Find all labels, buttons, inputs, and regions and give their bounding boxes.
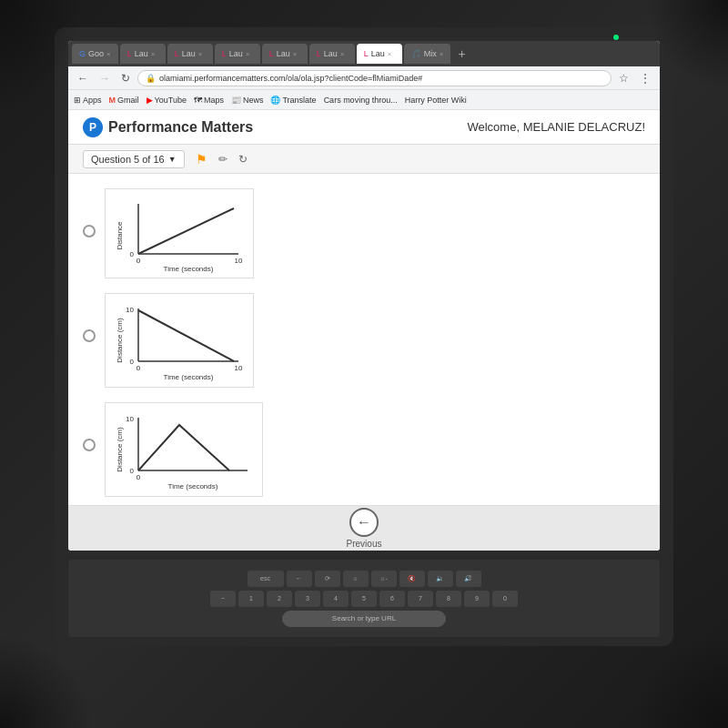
- key-8[interactable]: 8: [436, 591, 461, 607]
- key-2[interactable]: 2: [267, 591, 292, 607]
- key-7[interactable]: 7: [408, 591, 433, 607]
- previous-label: Previous: [347, 539, 382, 549]
- graph2-x0: 0: [136, 364, 141, 372]
- status-indicator: [613, 35, 619, 40]
- search-bar-row: Search or type URL: [282, 611, 446, 627]
- tab-active[interactable]: L Lau ×: [357, 44, 402, 64]
- bookmark-apps[interactable]: ⊞ Apps: [74, 96, 102, 105]
- graph2-xlabel: Time (seconds): [164, 373, 214, 381]
- keyboard-row-num: ~ 1 2 3 4 5 6 7 8 9 0: [210, 591, 518, 607]
- key-0[interactable]: 0: [492, 591, 518, 607]
- graph3-y10: 10: [126, 415, 134, 423]
- key-bright-up[interactable]: ☼: [343, 571, 369, 587]
- browser-tabs-bar: G Goo × L Lau × L Lau × L Lau × L Lau: [68, 41, 660, 66]
- radio-2[interactable]: [83, 329, 96, 342]
- key-bright-dn[interactable]: ☼-: [371, 571, 397, 587]
- tab-5[interactable]: L Lau ×: [262, 44, 308, 64]
- radio-3[interactable]: [83, 439, 96, 451]
- tab-1[interactable]: G Goo ×: [72, 44, 118, 64]
- bookmark-maps[interactable]: 🗺 Maps: [194, 96, 224, 105]
- pm-header: P Performance Matters Welcome, MELANIE D…: [68, 110, 660, 145]
- pm-title: Performance Matters: [108, 119, 253, 136]
- browser-nav-bar: ← → ↻ 🔒 olamiami.performancematters.com/…: [68, 66, 660, 90]
- question-selector[interactable]: Question 5 of 16 ▼: [83, 150, 185, 168]
- key-vol-dn[interactable]: 🔉: [428, 571, 453, 587]
- pm-logo: P Performance Matters: [83, 117, 253, 137]
- key-3[interactable]: 3: [295, 591, 320, 607]
- bookmarks-bar: ⊞ Apps M Gmail ▶ YouTube 🗺 Maps 📰 News 🌐…: [68, 90, 660, 110]
- tab-3[interactable]: L Lau ×: [167, 44, 213, 64]
- key-9[interactable]: 9: [464, 591, 490, 607]
- svg-line-2: [138, 208, 234, 254]
- answer-option-3[interactable]: Distance (cm) 10 0 0 Time (seconds): [68, 395, 660, 504]
- welcome-message: Welcome, MELANIE DELACRUZ!: [467, 120, 645, 134]
- graph-2-svg: Distance (cm) 10 0 0 10 T: [111, 299, 248, 381]
- graph2-x10: 10: [235, 364, 243, 372]
- bookmark-star[interactable]: ☆: [615, 70, 632, 86]
- graph1-x10: 10: [235, 257, 243, 265]
- laptop-keyboard: esc ← ⟳ ☼ ☼- 🔇 🔉 🔊 ~ 1 2 3 4 5 6 7 8 9 0…: [68, 560, 660, 637]
- key-5[interactable]: 5: [351, 591, 377, 607]
- key-6[interactable]: 6: [379, 591, 405, 607]
- graph3-xlabel: Time (seconds): [168, 482, 218, 490]
- previous-button[interactable]: ←: [349, 508, 379, 537]
- graph2-y10: 10: [126, 306, 134, 314]
- key-1[interactable]: 1: [238, 591, 264, 607]
- tab-2[interactable]: L Lau ×: [120, 44, 166, 64]
- key-esc[interactable]: esc: [248, 571, 284, 587]
- key-tilde[interactable]: ~: [210, 591, 236, 607]
- pencil-icon[interactable]: ✏: [218, 153, 228, 166]
- key-vol-mute[interactable]: 🔇: [399, 571, 425, 587]
- tab-4[interactable]: L Lau ×: [215, 44, 260, 64]
- graph2-ylabel: Distance (cm): [116, 318, 124, 363]
- tab-6[interactable]: L Lau ×: [309, 44, 355, 64]
- answer-option-1[interactable]: Distance 0 10 0 Time (seconds): [68, 181, 660, 286]
- navigation-buttons: ← Previous: [68, 505, 660, 551]
- question-bar: Question 5 of 16 ▼ ⚑ ✏ ↻: [68, 145, 660, 174]
- graph-1-svg: Distance 0 10 0 Time (seconds): [111, 195, 248, 272]
- key-refresh[interactable]: ⟳: [315, 571, 340, 587]
- refresh-icon[interactable]: ↻: [238, 153, 248, 166]
- menu-button[interactable]: ⋮: [636, 70, 654, 86]
- reload-button[interactable]: ↻: [117, 70, 134, 86]
- graph3-ylabel: Distance (cm): [116, 427, 124, 472]
- bookmark-news[interactable]: 📰 News: [231, 96, 264, 105]
- graph-3-svg: Distance (cm) 10 0 0 Time (seconds): [111, 409, 257, 490]
- graph1-y0: 0: [130, 250, 135, 258]
- previous-button-wrap[interactable]: ← Previous: [347, 508, 382, 549]
- quiz-area: Distance 0 10 0 Time (seconds): [68, 174, 660, 551]
- bookmark-translate[interactable]: 🌐 Translate: [270, 96, 316, 105]
- graph1-x0: 0: [136, 257, 141, 265]
- graph2-y0: 0: [130, 358, 135, 366]
- radio-1[interactable]: [83, 225, 96, 238]
- laptop-body: G Goo × L Lau × L Lau × L Lau × L Lau: [55, 27, 673, 646]
- flag-icon[interactable]: ⚑: [196, 152, 207, 167]
- bookmark-gmail[interactable]: M Gmail: [109, 96, 139, 105]
- graph1-xlabel: Time (seconds): [164, 265, 214, 273]
- page-content: P Performance Matters Welcome, MELANIE D…: [68, 110, 660, 551]
- graph-container-3: Distance (cm) 10 0 0 Time (seconds): [105, 402, 263, 497]
- bookmark-hp[interactable]: Harry Potter Wiki: [405, 96, 467, 105]
- laptop-screen: G Goo × L Lau × L Lau × L Lau × L Lau: [68, 41, 660, 551]
- graph3-y0: 0: [130, 467, 135, 475]
- back-button[interactable]: ←: [74, 70, 92, 86]
- graph3-x0: 0: [136, 473, 141, 481]
- forward-button[interactable]: →: [96, 70, 114, 86]
- graph3-line: [138, 425, 229, 470]
- address-bar[interactable]: 🔒 olamiami.performancematters.com/ola/ol…: [137, 70, 612, 86]
- graph1-ylabel: Distance: [116, 221, 124, 250]
- tab-8[interactable]: 🎵 Mix ×: [404, 44, 451, 64]
- svg-line-5: [138, 310, 234, 361]
- bookmark-cars[interactable]: Cars moving throu...: [324, 96, 398, 105]
- new-tab-button[interactable]: +: [452, 45, 470, 63]
- answer-option-2[interactable]: Distance (cm) 10 0 0 10 T: [68, 286, 660, 395]
- key-4[interactable]: 4: [323, 591, 349, 607]
- pm-logo-icon: P: [83, 117, 103, 137]
- graph-container-1: Distance 0 10 0 Time (seconds): [105, 188, 254, 278]
- keyboard-row-fn: esc ← ⟳ ☼ ☼- 🔇 🔉 🔊: [248, 571, 481, 587]
- bookmark-youtube[interactable]: ▶ YouTube: [147, 96, 187, 105]
- key-back[interactable]: ←: [287, 571, 312, 587]
- key-vol-up[interactable]: 🔊: [456, 571, 481, 587]
- graph-container-2: Distance (cm) 10 0 0 10 T: [105, 293, 254, 388]
- search-bar-laptop[interactable]: Search or type URL: [282, 611, 446, 627]
